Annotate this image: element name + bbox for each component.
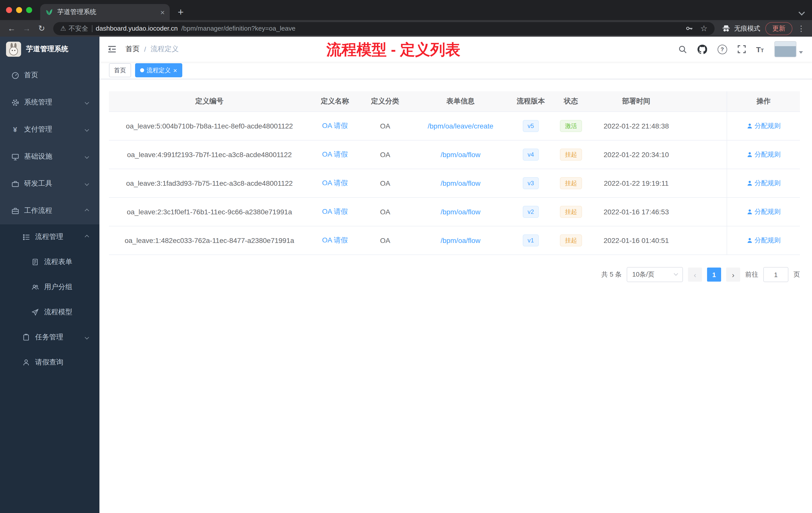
browser-menu-icon[interactable]: ⋮ — [798, 24, 805, 33]
window-controls — [0, 7, 40, 13]
sidebar-item-payment[interactable]: ¥ 支付管理 — [0, 116, 99, 143]
document-icon — [31, 259, 39, 266]
new-tab-button[interactable]: + — [178, 7, 183, 17]
version-badge: v5 — [522, 120, 539, 132]
definition-name-link[interactable]: OA 请假 — [322, 179, 348, 188]
sidebar-item-label: 工作流程 — [24, 206, 52, 215]
github-icon[interactable] — [697, 44, 707, 54]
page-size-select[interactable]: 10条/页 — [627, 267, 683, 282]
pagination-total: 共 5 条 — [601, 270, 622, 279]
table-header-row: 定义编号 定义名称 定义分类 表单信息 流程版本 状态 部署时间 操作 — [109, 91, 800, 112]
assign-rule-link[interactable]: 分配规则 — [747, 150, 781, 159]
page-unit-label: 页 — [793, 270, 800, 279]
reload-button[interactable]: ↻ — [34, 24, 49, 32]
password-key-icon[interactable] — [685, 24, 693, 33]
workflow-submenu: 流程管理 流程表单 用户分组 — [0, 224, 99, 375]
page-number-button[interactable]: 1 — [707, 268, 721, 281]
assign-rule-link[interactable]: 分配规则 — [747, 236, 781, 245]
tab-search-chevron-icon[interactable] — [800, 7, 804, 17]
search-icon[interactable] — [678, 45, 687, 54]
definition-name-link[interactable]: OA 请假 — [322, 207, 348, 216]
definition-name-link[interactable]: OA 请假 — [322, 121, 348, 130]
table-row: oa_leave:4:991f2193-7b7f-11ec-a3c8-acde4… — [109, 141, 800, 169]
sidebar-item-process-mgmt[interactable]: 流程管理 — [0, 224, 99, 249]
sidebar-item-task-mgmt[interactable]: 任务管理 — [0, 325, 99, 350]
tag-home[interactable]: 首页 — [109, 63, 131, 77]
definition-name-link[interactable]: OA 请假 — [322, 236, 348, 245]
clipboard-icon — [22, 334, 30, 341]
user-avatar[interactable] — [774, 41, 796, 57]
tags-view-bar: 首页 流程定义 × — [99, 62, 812, 79]
forward-button[interactable]: → — [19, 24, 34, 32]
user-avatar-wrap[interactable] — [774, 41, 803, 57]
col-header: 定义编号 — [109, 91, 310, 112]
sidebar-logo[interactable]: 芋道管理系统 — [0, 37, 99, 62]
browser-tab[interactable]: 芋道管理系统 × — [40, 4, 170, 20]
paper-plane-icon — [31, 309, 39, 316]
version-badge: v3 — [522, 177, 539, 189]
deploy-time: 2022-01-16 01:40:51 — [591, 227, 682, 254]
col-header: 定义分类 — [360, 91, 410, 112]
sidebar-item-label: 任务管理 — [35, 333, 63, 342]
definition-name-link[interactable]: OA 请假 — [322, 150, 348, 159]
deploy-time: 2022-01-22 21:48:38 — [591, 112, 682, 140]
form-link[interactable]: /bpm/oa/flow — [441, 151, 481, 159]
bookmark-star-icon[interactable]: ☆ — [700, 24, 707, 33]
sidebar-item-leave-query[interactable]: 请假查询 — [0, 350, 99, 375]
address-bar[interactable]: ⚠ 不安全 dashboard.yudao.iocoder.cn /bpm/ma… — [53, 22, 715, 35]
sidebar-item-label: 请假查询 — [35, 358, 63, 367]
tag-process-definition[interactable]: 流程定义 × — [135, 63, 182, 77]
col-header: 定义名称 — [310, 91, 360, 112]
status-badge: 挂起 — [560, 149, 582, 161]
sidebar-item-label: 流程管理 — [35, 233, 63, 241]
definition-category: OA — [360, 169, 410, 197]
chevron-down-icon — [674, 272, 678, 276]
back-button[interactable]: ← — [4, 24, 19, 32]
next-page-button[interactable]: › — [726, 268, 740, 281]
chevron-down-icon — [85, 335, 89, 339]
main-area: 首页 / 流程定义 流程模型 - 定义列表 ? — [99, 37, 812, 513]
window-minimize-button[interactable] — [16, 7, 22, 13]
font-size-icon[interactable]: TT — [756, 46, 764, 53]
sidebar-item-label: 用户分组 — [44, 282, 72, 292]
breadcrumb-home[interactable]: 首页 — [125, 45, 140, 54]
tag-close-icon[interactable]: × — [173, 67, 177, 73]
form-link[interactable]: /bpm/oa/flow — [441, 208, 481, 216]
sidebar-item-system[interactable]: 系统管理 — [0, 89, 99, 116]
sidebar-item-label: 基础设施 — [24, 152, 52, 161]
sidebar-item-process-model[interactable]: 流程模型 — [0, 300, 99, 325]
tab-favicon-icon — [45, 8, 53, 16]
sidebar-filler — [0, 375, 99, 513]
sidebar-item-infra[interactable]: 基础设施 — [0, 143, 99, 170]
form-link[interactable]: /bpm/oa/flow — [441, 236, 481, 244]
status-badge: 挂起 — [560, 177, 582, 189]
sidebar-item-devtools[interactable]: 研发工具 — [0, 170, 99, 197]
users-icon — [31, 283, 39, 291]
tab-close-icon[interactable]: × — [160, 8, 165, 16]
sidebar-item-workflow[interactable]: 工作流程 — [0, 197, 99, 224]
sidebar-item-home[interactable]: 首页 — [0, 62, 99, 89]
goto-page-input[interactable] — [763, 267, 788, 282]
version-badge: v4 — [522, 149, 539, 161]
security-warning[interactable]: ⚠ 不安全 — [60, 24, 88, 33]
chevron-down-icon — [85, 127, 89, 132]
tab-title: 芋道管理系统 — [57, 7, 156, 17]
assign-rule-link[interactable]: 分配规则 — [747, 207, 781, 216]
window-close-button[interactable] — [6, 7, 12, 13]
help-icon[interactable]: ? — [717, 44, 727, 54]
form-link[interactable]: /bpm/oa/flow — [441, 179, 481, 187]
dashboard-icon — [11, 71, 19, 79]
sidebar-item-process-form[interactable]: 流程表单 — [0, 249, 99, 275]
form-link[interactable]: /bpm/oa/leave/create — [428, 122, 493, 130]
top-navbar: 首页 / 流程定义 流程模型 - 定义列表 ? — [99, 37, 812, 62]
window-zoom-button[interactable] — [26, 7, 32, 13]
fullscreen-icon[interactable] — [737, 45, 746, 53]
version-badge: v1 — [522, 234, 539, 246]
assign-rule-link[interactable]: 分配规则 — [747, 121, 781, 130]
tag-label: 首页 — [114, 66, 126, 74]
sidebar-item-user-group[interactable]: 用户分组 — [0, 275, 99, 300]
chrome-update-button[interactable]: 更新 — [765, 22, 792, 35]
assign-rule-link[interactable]: 分配规则 — [747, 179, 781, 188]
sidebar-fold-icon[interactable] — [108, 45, 116, 53]
prev-page-button[interactable]: ‹ — [688, 268, 702, 281]
